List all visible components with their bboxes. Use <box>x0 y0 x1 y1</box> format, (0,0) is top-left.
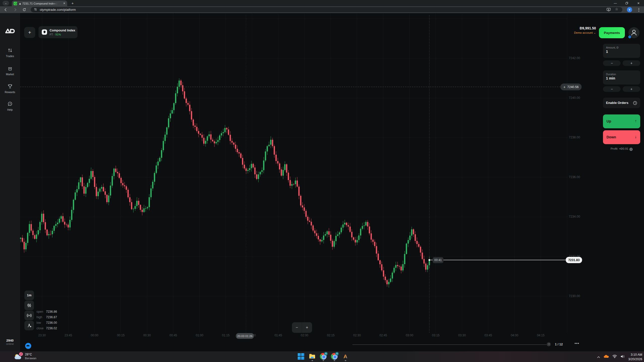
forward-icon[interactable] <box>13 7 18 12</box>
duration-field[interactable]: Duration 1 min <box>603 70 640 85</box>
profit-help-icon[interactable]: ? <box>629 148 633 151</box>
time-axis-label: 02:30 <box>353 334 361 337</box>
amount-value[interactable]: 1 <box>606 50 640 54</box>
indicators-button[interactable] <box>24 311 34 320</box>
browser-toolbar: olymptrade.com/platform ☆ Y <box>0 6 644 13</box>
arrow-down-icon: ↓ <box>635 135 637 139</box>
sidebar-item-rewards[interactable]: Rewards <box>0 84 20 94</box>
payments-button[interactable]: Payments <box>599 27 625 38</box>
price-axis-label: 7234.00 <box>569 215 580 218</box>
site-settings-icon[interactable] <box>34 8 37 12</box>
compass-icon <box>27 323 31 328</box>
time-axis-label: 03:45 <box>484 334 492 337</box>
zoom-out-button[interactable]: − <box>292 322 302 333</box>
back-icon[interactable] <box>3 7 8 12</box>
profit-info: Profit: +Đ0.91? <box>603 147 640 151</box>
chrome-profile-badge: Y <box>324 352 328 355</box>
tray-overflow-chevron[interactable] <box>597 355 600 359</box>
arrow-up-icon: ↑ <box>635 119 637 123</box>
balance-block[interactable]: Đ9,991.50 Demo account ⌄ <box>549 26 596 34</box>
price-axis-label: 7238.00 <box>569 136 580 139</box>
file-explorer-button[interactable] <box>309 353 316 360</box>
enable-orders-button[interactable]: Enable Orders <box>603 98 640 108</box>
more-options-icon[interactable]: ••• <box>575 341 579 345</box>
window-close-button[interactable]: ✕ <box>633 0 643 6</box>
amount-plus-button[interactable]: + <box>623 60 640 66</box>
duration-value[interactable]: 1 min <box>606 76 640 80</box>
cloudflare-warp-icon[interactable] <box>603 355 609 359</box>
olymptrade-logo[interactable] <box>5 28 15 36</box>
browser-profile-avatar[interactable]: Y <box>627 7 632 12</box>
time-axis-label: 04:15 <box>537 334 545 337</box>
sidebar-item-trades[interactable]: Trades <box>0 48 20 58</box>
live-signal-icon <box>27 313 32 317</box>
time-axis-label: 02:15 <box>327 334 334 337</box>
zoom-in-button[interactable]: + <box>302 322 312 333</box>
alert-plus-icon[interactable]: + <box>563 85 565 89</box>
new-tab-button[interactable]: + <box>71 1 74 5</box>
duration-minus-button[interactable]: − <box>603 86 621 92</box>
history-pages-icon[interactable] <box>547 342 551 346</box>
add-asset-button[interactable]: + <box>24 27 35 38</box>
time-axis-label: 01:00 <box>196 334 203 337</box>
trade-countdown-pill: 00:41 <box>433 257 443 263</box>
down-button[interactable]: Down ↓ <box>603 130 640 144</box>
price-axis-label: 7236.00 <box>569 175 580 179</box>
system-clock[interactable]: 3:10 AM 3/20/2026 <box>628 352 642 361</box>
alert-price-pill[interactable]: +7240.56 <box>560 84 582 90</box>
timeframe-button[interactable]: 1m <box>24 291 34 300</box>
amount-minus-button[interactable]: − <box>603 60 621 66</box>
chart-zoom-control: − + <box>292 322 312 333</box>
window-maximize-button[interactable] <box>622 0 632 6</box>
price-axis-label: 7240.00 <box>569 96 580 100</box>
time-axis-label: 00:15 <box>117 334 125 337</box>
balance-amount: Đ9,991.50 <box>549 26 596 30</box>
bookmark-star-icon[interactable]: ☆ <box>615 7 618 11</box>
browser-menu-icon[interactable] <box>637 7 640 12</box>
sidebar-item-market[interactable]: Market <box>0 66 20 76</box>
time-axis-label: 03:30 <box>458 334 466 337</box>
tab-close-icon[interactable]: ✕ <box>63 2 65 5</box>
time-axis-label: 03:15 <box>432 334 439 337</box>
tab-search-button[interactable]: ⌄ <box>3 1 9 6</box>
drawing-tools-button[interactable] <box>24 321 34 330</box>
chart-scrollbar[interactable] <box>352 344 547 345</box>
up-button[interactable]: Up ↑ <box>603 114 640 128</box>
duration-plus-button[interactable]: + <box>623 86 640 92</box>
price-axis-label: 7242.00 <box>569 56 580 60</box>
trades-icon <box>8 48 13 53</box>
clock-icon <box>633 101 637 105</box>
volume-icon[interactable] <box>620 355 625 359</box>
chart-type-button[interactable] <box>24 301 34 310</box>
app-a-button[interactable]: A <box>342 353 349 360</box>
reload-icon[interactable] <box>22 7 27 12</box>
support-chat-button[interactable] <box>25 343 31 349</box>
weather-widget[interactable]: 2 28°C Berawan <box>14 353 36 361</box>
sidebar-item-help[interactable]: ? Help <box>0 101 20 111</box>
asset-icon <box>42 29 47 35</box>
time-axis-label: 00:00 <box>91 334 98 337</box>
time-axis-label: 01:45 <box>275 334 282 337</box>
account-switcher[interactable]: Demo account ⌄ <box>549 31 596 34</box>
wifi-icon[interactable] <box>612 355 617 359</box>
browser-tab[interactable]: ▲ 7231.71 Compound Index | Tr ✕ <box>12 1 67 6</box>
tray-time: 3:10 AM <box>628 352 642 357</box>
chrome-button-2[interactable]: Y <box>331 353 338 360</box>
install-app-icon[interactable] <box>607 8 611 13</box>
page-indicator[interactable]: 1 / 12 <box>555 343 563 346</box>
time-axis-label: 03:00 <box>406 334 413 337</box>
rewards-icon <box>7 84 13 89</box>
tab-title: ▲ 7231.71 Compound Index | Tr <box>19 2 59 5</box>
asset-card[interactable]: Compound Index FT · 91% <box>39 26 78 38</box>
chrome-button-1[interactable]: Y <box>320 353 327 360</box>
time-axis-label: 01:15 <box>222 334 230 337</box>
help-icon: ? <box>8 101 13 106</box>
browser-tab-strip: ⌄ ▲ 7231.71 Compound Index | Tr ✕ + — ✕ <box>0 0 644 6</box>
user-avatar[interactable] <box>628 27 639 38</box>
start-button[interactable] <box>298 353 305 360</box>
window-minimize-button[interactable]: — <box>610 0 620 6</box>
candlestick-chart[interactable] <box>0 13 644 351</box>
url-bar[interactable]: olymptrade.com/platform <box>31 7 622 12</box>
support-chat-badge <box>628 35 632 39</box>
amount-field[interactable]: Amount, Đ 1 <box>603 44 640 58</box>
